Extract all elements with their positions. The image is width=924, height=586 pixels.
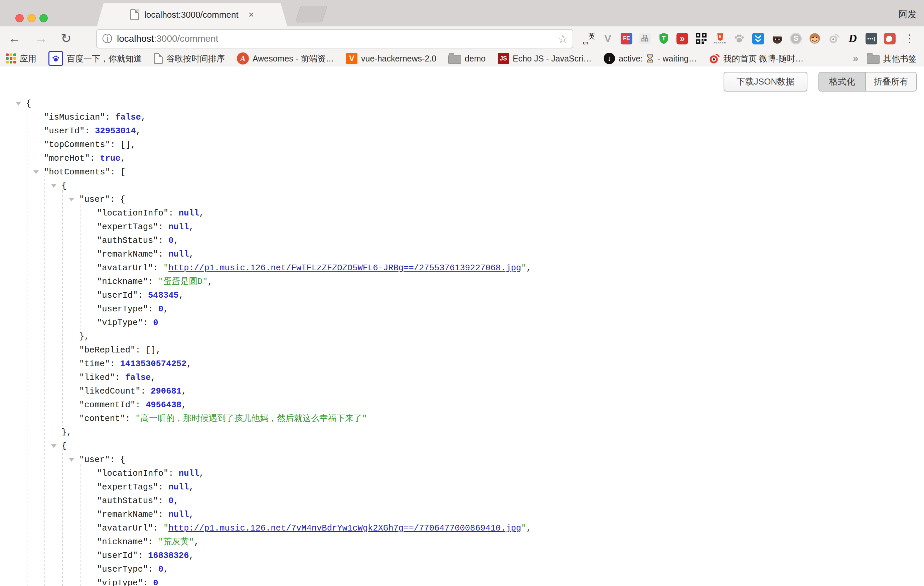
json-token: "荒灰黄": [158, 537, 194, 547]
s-badge-icon[interactable]: S: [790, 33, 802, 45]
html5-player-icon[interactable]: 5 PLAYER: [714, 32, 726, 45]
sitemap-icon[interactable]: 品: [639, 33, 651, 45]
bookmark-weibo[interactable]: 我的首页 微博-随时…: [709, 53, 804, 64]
json-url-link[interactable]: http://p1.music.126.net/7vM4nvBdrYw1cWgk…: [168, 523, 521, 533]
json-token: 16838326: [148, 551, 189, 561]
tab-close-icon[interactable]: ×: [249, 9, 254, 20]
double-chevron-down-icon[interactable]: [752, 32, 764, 45]
json-token: "userId": [97, 551, 138, 561]
indent-guide: [80, 204, 81, 330]
indent-guide: [80, 464, 81, 586]
json-line: {: [0, 439, 924, 453]
dark-d-icon[interactable]: D: [846, 32, 859, 45]
json-token: "authStatus": [97, 236, 158, 246]
json-token: "高一听的，那时候遇到了孩儿他妈，然后就这么幸福下来了": [135, 414, 367, 424]
json-line: "avatarUrl": "http://p1.music.126.net/Fw…: [0, 261, 924, 275]
page-favicon-icon: [130, 9, 139, 20]
json-token: "userId": [44, 126, 84, 136]
json-token: 0: [168, 496, 173, 506]
json-token: "liked": [79, 373, 115, 383]
json-token: ,: [174, 496, 179, 506]
shield-t-icon[interactable]: T: [657, 32, 670, 45]
json-token: :: [148, 304, 158, 314]
monkey-icon[interactable]: [808, 32, 821, 45]
bookmark-echojs[interactable]: JS Echo JS - JavaScri…: [498, 53, 592, 64]
json-token: 290681: [151, 386, 182, 396]
json-token: 0: [153, 578, 158, 586]
browser-menu-icon[interactable]: ⋮: [904, 32, 915, 45]
password-dots-icon[interactable]: •••|: [866, 33, 877, 45]
bookmark-awesomes[interactable]: A Awesomes - 前端资…: [237, 53, 334, 64]
json-token: ,: [199, 469, 204, 479]
bookmark-apps[interactable]: 应用: [6, 53, 36, 64]
json-token: 0: [158, 565, 163, 574]
other-bookmarks[interactable]: 其他书签: [867, 53, 917, 64]
json-line: "nickname": "荒灰黄",: [0, 535, 924, 549]
fe-icon[interactable]: FE: [621, 33, 632, 45]
json-token: ": [163, 523, 168, 533]
json-token: "vipType": [97, 318, 143, 328]
json-token: null: [179, 208, 199, 218]
bookmark-active-waiting[interactable]: ↓ active: - waiting…: [604, 53, 697, 64]
json-line: "user": {: [0, 453, 924, 467]
red-blob-icon[interactable]: [884, 33, 896, 45]
bookmark-google-sort[interactable]: 谷歌按时间排序: [154, 53, 225, 64]
collapse-triangle-icon[interactable]: [69, 458, 74, 462]
json-token: :: [148, 537, 158, 547]
download-json-button[interactable]: 下载JSON数据: [724, 72, 807, 92]
back-button[interactable]: ←: [8, 26, 21, 50]
collapse-all-button[interactable]: 折叠所有: [866, 73, 916, 91]
json-line: },: [0, 426, 924, 439]
json-token: ,: [174, 236, 179, 246]
address-bar[interactable]: ⓘ localhost :3000/comment ☆: [96, 29, 573, 48]
json-url-link[interactable]: http://p1.music.126.net/FwTFLzZFZOZO5WFL…: [168, 263, 521, 273]
svg-text:5: 5: [719, 35, 721, 39]
collapse-triangle-icon[interactable]: [51, 444, 56, 448]
bookmark-label: demo: [465, 54, 486, 63]
site-info-icon[interactable]: ⓘ: [102, 32, 112, 46]
json-token: "isMusician": [44, 112, 105, 122]
minimize-window-button[interactable]: [27, 14, 36, 22]
collapse-triangle-icon[interactable]: [69, 198, 74, 201]
json-line: "locationInfo": null,: [0, 467, 924, 480]
bookmark-baidu[interactable]: 百度一下，你就知道: [48, 51, 142, 66]
json-line: "vipType": 0: [0, 576, 924, 586]
new-tab-button[interactable]: [295, 6, 327, 22]
json-line: "expertTags": null,: [0, 480, 924, 494]
hourglass-icon: [647, 54, 654, 63]
json-token: 32953014: [95, 126, 135, 136]
reload-button[interactable]: ↻: [61, 26, 71, 50]
json-token: :: [141, 386, 151, 396]
browser-tab[interactable]: localhost:3000/comment ×: [97, 3, 287, 26]
bookmark-star-icon[interactable]: ☆: [558, 32, 568, 45]
json-token: ": [521, 263, 526, 273]
bookmark-demo-folder[interactable]: demo: [448, 53, 486, 64]
json-token: :: [135, 400, 146, 410]
qr-code-icon[interactable]: [695, 32, 707, 45]
json-line: "avatarUrl": "http://p1.music.126.net/7v…: [0, 522, 924, 535]
fast-forward-icon[interactable]: »: [676, 33, 688, 45]
json-token: :: [158, 249, 169, 259]
json-token: "expertTags": [97, 482, 158, 492]
format-button[interactable]: 格式化: [819, 73, 866, 91]
close-window-button[interactable]: [15, 14, 24, 22]
vue-devtools-icon[interactable]: V: [602, 32, 614, 45]
bookmark-label: vue-hackernews-2.0: [361, 54, 436, 63]
collapse-triangle-icon[interactable]: [33, 170, 39, 174]
collapse-triangle-icon[interactable]: [51, 184, 56, 188]
fullscreen-window-button[interactable]: [40, 14, 48, 22]
json-token: ,: [151, 373, 156, 383]
weibo-gray-icon[interactable]: [827, 32, 840, 45]
bookmark-vue-hackernews[interactable]: V vue-hackernews-2.0: [346, 53, 436, 64]
json-token: : [: [110, 167, 125, 177]
profile-name[interactable]: 阿发: [899, 8, 917, 20]
collapse-triangle-icon[interactable]: [16, 102, 21, 106]
json-token: ,: [182, 400, 186, 410]
paw-icon[interactable]: [733, 32, 745, 45]
json-token: :: [138, 291, 148, 300]
bookmarks-overflow-chevron[interactable]: »: [853, 53, 858, 64]
mask-icon[interactable]: [771, 32, 783, 45]
translate-icon[interactable]: 英en: [582, 32, 595, 45]
json-line: "isMusician": false,: [0, 111, 924, 124]
json-token: "locationInfo": [97, 469, 168, 479]
